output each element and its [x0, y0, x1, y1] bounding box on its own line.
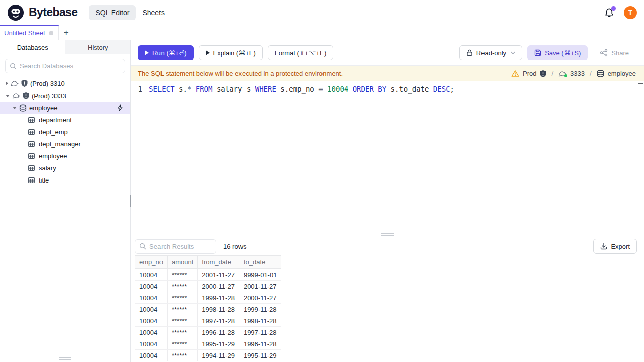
database-label[interactable]: employee — [608, 70, 636, 77]
table-cell[interactable]: 1996-11-28 — [239, 338, 281, 350]
environment-label: Prod — [523, 70, 536, 77]
table-cell[interactable]: ****** — [167, 269, 197, 281]
readonly-mode-dropdown[interactable]: Read-only — [459, 45, 522, 60]
nav-item-sql-editor[interactable]: SQL Editor — [89, 5, 136, 20]
quick-action-bolt-icon[interactable] — [117, 104, 123, 111]
nav-item-sheets[interactable]: Sheets — [136, 5, 171, 20]
format-button[interactable]: Format (⇧+⌥+F) — [268, 45, 333, 60]
table-cell[interactable]: 10004 — [135, 338, 168, 350]
table-cell[interactable]: 1997-11-28 — [239, 327, 281, 338]
instance-label: (Prod) 3310 — [30, 80, 65, 87]
table-icon — [28, 177, 35, 183]
splitter-drag-handle[interactable] — [381, 233, 394, 236]
table-cell[interactable]: 10004 — [135, 269, 168, 281]
explain-button[interactable]: Explain (⌘+E) — [199, 45, 263, 60]
column-header-emp_no[interactable]: emp_no — [135, 256, 168, 269]
sidebar-item-instance-3310[interactable]: (Prod) 3310 — [0, 77, 130, 89]
banner-message: The SQL statement below will be executed… — [138, 70, 343, 77]
table-row[interactable]: 10004******1996-11-281997-11-28 — [135, 327, 281, 338]
table-cell[interactable]: 9999-01-01 — [239, 269, 281, 281]
table-cell[interactable]: 10004 — [135, 304, 168, 315]
sidebar-item-table-dept_emp[interactable]: dept_emp — [0, 126, 130, 138]
table-cell[interactable]: ****** — [167, 327, 197, 338]
share-button[interactable]: Share — [593, 45, 636, 60]
database-icon — [19, 104, 27, 112]
table-cell[interactable]: 1999-11-28 — [198, 292, 239, 304]
table-cell[interactable]: 1999-11-28 — [239, 304, 281, 315]
download-icon — [600, 243, 607, 250]
table-cell[interactable]: ****** — [167, 338, 197, 350]
instance-label[interactable]: 3333 — [570, 70, 585, 77]
sidebar-hscroll-handle[interactable] — [59, 357, 71, 360]
table-cell[interactable]: 1996-11-28 — [198, 327, 239, 338]
sidebar-item-table-dept_manager[interactable]: dept_manager — [0, 138, 130, 150]
table-row[interactable]: 10004******2000-11-272001-11-27 — [135, 281, 281, 292]
table-cell[interactable]: 2001-11-27 — [239, 281, 281, 292]
tab-history[interactable]: History — [65, 40, 131, 54]
column-header-to_date[interactable]: to_date — [239, 256, 281, 269]
sheet-tab-bar: Untitled Sheet + — [0, 25, 644, 40]
tab-databases[interactable]: Databases — [0, 40, 65, 54]
table-cell[interactable]: ****** — [167, 350, 197, 361]
table-cell[interactable]: 10004 — [135, 350, 168, 361]
chevron-down-icon[interactable] — [13, 107, 17, 109]
table-cell[interactable]: 1995-11-29 — [239, 350, 281, 361]
table-row[interactable]: 10004******1998-11-281999-11-28 — [135, 304, 281, 315]
run-button[interactable]: Run (⌘+⏎) — [138, 45, 194, 60]
table-row[interactable]: 10004******1994-11-291995-11-29 — [135, 350, 281, 361]
chevron-down-icon — [511, 51, 515, 55]
sidebar-item-table-department[interactable]: department — [0, 114, 130, 126]
table-cell[interactable]: 2000-11-27 — [239, 292, 281, 304]
sidebar-item-table-salary[interactable]: salary — [0, 162, 130, 174]
results-search[interactable] — [135, 239, 216, 254]
chevron-down-icon[interactable] — [6, 95, 10, 97]
column-header-amount[interactable]: amount — [167, 256, 197, 269]
lock-icon — [466, 49, 473, 56]
sidebar-item-database-employee[interactable]: employee — [0, 102, 130, 114]
unsaved-indicator-dot[interactable] — [49, 31, 53, 35]
sheet-tab-untitled[interactable]: Untitled Sheet — [0, 25, 59, 40]
table-row[interactable]: 10004******2001-11-279999-01-01 — [135, 269, 281, 281]
export-button[interactable]: Export — [593, 239, 637, 254]
database-search[interactable] — [5, 59, 125, 73]
add-sheet-button[interactable]: + — [59, 25, 74, 40]
table-cell[interactable]: ****** — [167, 292, 197, 304]
table-row[interactable]: 10004******1999-11-282000-11-27 — [135, 292, 281, 304]
table-cell[interactable]: 1995-11-29 — [198, 338, 239, 350]
search-results-input[interactable] — [149, 243, 212, 250]
table-cell[interactable]: 2001-11-27 — [198, 269, 239, 281]
search-databases-input[interactable] — [20, 62, 121, 70]
chevron-right-icon[interactable] — [6, 81, 8, 85]
avatar[interactable]: T — [624, 6, 637, 19]
panel-splitter[interactable] — [131, 232, 644, 236]
notification-bell-icon[interactable] — [604, 7, 615, 18]
save-button[interactable]: Save (⌘+S) — [527, 45, 588, 60]
column-header-from_date[interactable]: from_date — [198, 256, 239, 269]
sidebar-item-table-title[interactable]: title — [0, 174, 130, 186]
sql-editor[interactable]: 1 SELECT s.* FROM salary s WHERE s.emp_n… — [131, 81, 644, 232]
results-panel: 16 rows Export emp_noamou — [131, 236, 644, 362]
table-cell[interactable]: ****** — [167, 281, 197, 292]
table-cell[interactable]: 1998-11-28 — [239, 315, 281, 327]
table-label: dept_manager — [39, 140, 81, 148]
table-row[interactable]: 10004******1997-11-281998-11-28 — [135, 315, 281, 327]
table-label: title — [39, 176, 49, 184]
table-cell[interactable]: 10004 — [135, 292, 168, 304]
table-row[interactable]: 10004******1995-11-291996-11-28 — [135, 338, 281, 350]
database-label: employee — [29, 104, 57, 112]
table-cell[interactable]: 1997-11-28 — [198, 315, 239, 327]
table-cell[interactable]: 1994-11-29 — [198, 350, 239, 361]
table-cell[interactable]: ****** — [167, 315, 197, 327]
editor-scrollbar[interactable] — [638, 81, 644, 232]
table-cell[interactable]: 10004 — [135, 327, 168, 338]
table-cell[interactable]: 10004 — [135, 281, 168, 292]
row-count: 16 rows — [223, 243, 247, 250]
sidebar-item-instance-3333[interactable]: (Prod) 3333 — [0, 89, 130, 102]
table-cell[interactable]: 1998-11-28 — [198, 304, 239, 315]
bytebase-logo[interactable]: Bytebase — [7, 4, 77, 21]
table-cell[interactable]: 10004 — [135, 315, 168, 327]
table-cell[interactable]: ****** — [167, 304, 197, 315]
sidebar-item-table-employee[interactable]: employee — [0, 150, 130, 162]
sql-code-line[interactable]: SELECT s.* FROM salary s WHERE s.emp_no … — [149, 84, 454, 94]
table-cell[interactable]: 2000-11-27 — [198, 281, 239, 292]
